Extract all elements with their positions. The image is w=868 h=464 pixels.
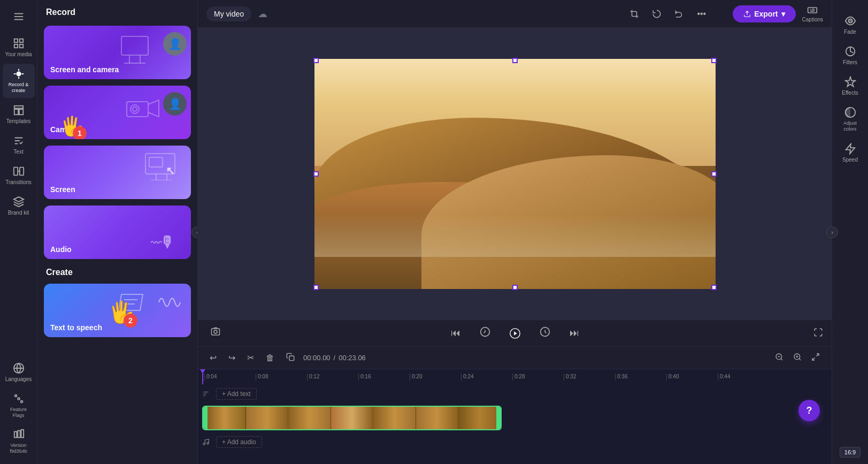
resize-handle-right[interactable] [711,171,717,177]
sidebar-item-languages[interactable]: Languages [3,358,35,386]
thumb-1 [203,407,246,429]
undo-button[interactable]: ↩ [206,351,220,365]
svg-rect-12 [19,167,23,175]
sidebar-item-record-create[interactable]: Record &create [3,64,35,98]
screenshot-button[interactable] [206,325,225,341]
timeline-area: ↩ ↪ ✂ 🗑 00:00.00 / 00:23.06 [198,346,832,464]
time-separator: / [334,354,336,362]
camera-card[interactable]: 👤 Camera 🖐 1 [44,86,191,139]
redo-button[interactable]: ↪ [225,351,239,365]
project-title[interactable]: My video [206,6,251,21]
svg-rect-35 [808,7,817,13]
play-button[interactable] [505,324,525,343]
adjust-colors-label: Adjustcolors [843,120,857,132]
svg-point-7 [17,72,20,75]
ruler-mark: 0:20 [410,374,461,381]
fade-tool[interactable]: Fade [835,11,866,39]
resize-handle-left[interactable] [313,171,319,177]
ruler-mark: 0:28 [512,374,564,381]
zoom-in-button[interactable] [790,351,805,366]
svg-rect-36 [212,329,220,335]
sidebar-label-templates: Templates [6,118,31,124]
panel-collapse-button[interactable]: ‹ [191,226,198,238]
add-audio-button[interactable]: + Add audio [216,436,262,448]
export-button[interactable]: Export ▾ [733,5,795,22]
thumb-4 [331,407,374,429]
ruler-mark: 0:36 [615,374,666,381]
cut-button[interactable]: ✂ [244,351,257,365]
adjust-colors-tool[interactable]: Adjustcolors [835,102,866,136]
sidebar-label-transitions: Transitions [5,179,32,185]
audio-card[interactable]: 🎙 〰 Audio [44,206,191,259]
svg-rect-17 [14,432,17,438]
svg-point-51 [207,443,209,445]
svg-rect-8 [14,105,23,108]
timeline-toolbar: ↩ ↪ ✂ 🗑 00:00.00 / 00:23.06 [198,347,832,369]
copy-button[interactable] [283,351,298,366]
sidebar-item-your-media[interactable]: Your media [3,33,35,62]
video-track-row [202,405,827,431]
more-options-button[interactable]: ••• [694,6,709,22]
svg-point-50 [203,443,205,445]
sidebar-item-brand-kit[interactable]: Brand kit [3,192,35,220]
video-frame[interactable] [314,59,716,289]
effects-tool[interactable]: Effects [835,72,866,100]
add-text-button[interactable]: + Add text [216,388,257,400]
svg-rect-10 [19,109,22,115]
sidebar-label-your-media: Your media [5,51,32,57]
screen-card[interactable]: ↖ Screen [44,146,191,199]
sidebar-label-languages: Languages [5,376,32,382]
sidebar-item-version[interactable]: Versionf9d354b [3,424,35,459]
delete-button[interactable]: 🗑 [263,351,278,365]
rewind-button[interactable] [475,324,495,342]
sidebar-item-templates[interactable]: Templates [3,100,35,128]
speed-label: Speed [842,157,858,163]
fit-timeline-button[interactable] [808,351,823,366]
playhead-line [202,369,203,384]
captions-button[interactable]: Captions [802,5,823,22]
resize-handle-top[interactable] [512,58,518,63]
video-track-right-handle[interactable] [496,407,501,429]
svg-line-48 [816,354,819,356]
sidebar-item-feature-flags[interactable]: FeatureFlags [3,389,35,423]
resize-handle-bl[interactable] [313,285,319,290]
skip-forward-button[interactable]: ⏭ [565,325,583,341]
right-panel: › Fade Filters Effects Adjustcolors [832,0,868,464]
ruler-mark: 0:32 [564,374,615,381]
undo-tool-button[interactable] [671,6,687,22]
resize-handle-tr[interactable] [711,58,717,63]
text-track-label: + Add text [202,388,257,400]
skip-back-button[interactable]: ⏮ [447,325,465,341]
rotate-tool-button[interactable] [649,6,665,22]
sidebar-item-transitions[interactable]: Transitions [3,161,35,189]
screen-and-camera-card[interactable]: 👤 Screen and camera [44,26,191,79]
ruler-mark: 0:16 [358,374,410,381]
sidebar-item-text[interactable]: Text [3,131,35,159]
thumb-5 [373,407,416,429]
thumb-2 [246,407,289,429]
filters-label: Filters [843,59,857,65]
speed-tool[interactable]: Speed [835,139,866,167]
sidebar-label-text: Text [13,149,23,155]
crop-tool-button[interactable] [626,6,642,22]
help-button[interactable]: ? [798,400,820,421]
video-track[interactable] [202,406,502,430]
resize-handle-bottom[interactable] [512,285,518,290]
text-to-speech-card[interactable]: Text to speech 🖐 2 [44,284,191,337]
aspect-ratio-selector[interactable]: 16:9 [840,447,861,458]
menu-button[interactable] [3,5,35,28]
video-track-left-handle[interactable] [203,407,208,429]
thumb-6 [416,407,459,429]
filters-tool[interactable]: Filters [835,41,866,70]
zoom-out-button[interactable] [772,351,787,366]
resize-handle-tl[interactable] [313,58,319,63]
resize-handle-br[interactable] [711,285,717,290]
video-content [314,59,716,289]
right-panel-collapse-button[interactable]: › [826,226,838,238]
topbar: My video ☁ ••• Export ▾ [198,0,832,28]
playback-bar: ⏮ ⏭ [198,320,832,346]
svg-point-25 [130,105,139,113]
fullscreen-button[interactable] [813,328,823,339]
preview-area [198,28,832,320]
forward-button[interactable] [535,324,555,342]
